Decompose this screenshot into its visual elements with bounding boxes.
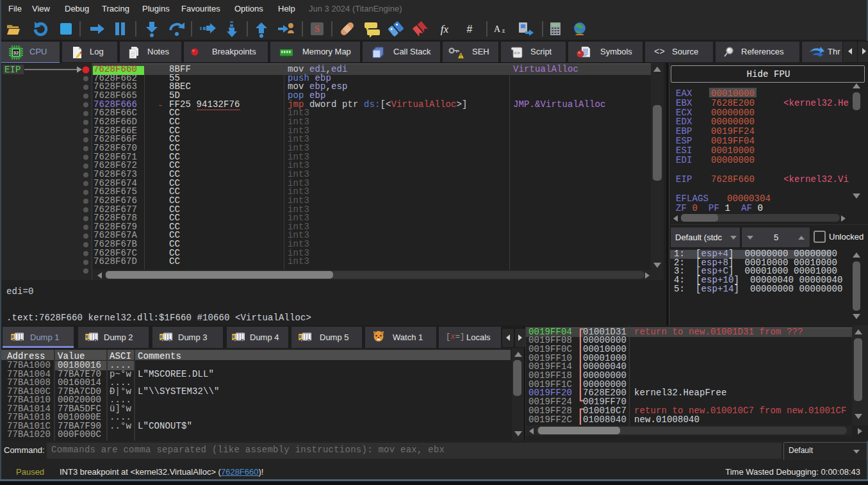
svg-text:#: # xyxy=(467,24,473,35)
svg-text:S: S xyxy=(315,24,320,34)
svg-text:<>: <> xyxy=(514,50,520,56)
svg-text:32: 32 xyxy=(13,50,19,56)
svg-text:fx: fx xyxy=(441,23,449,35)
svg-text:A: A xyxy=(494,24,501,34)
svg-text:!: ! xyxy=(460,54,461,58)
svg-text:z: z xyxy=(502,27,505,34)
